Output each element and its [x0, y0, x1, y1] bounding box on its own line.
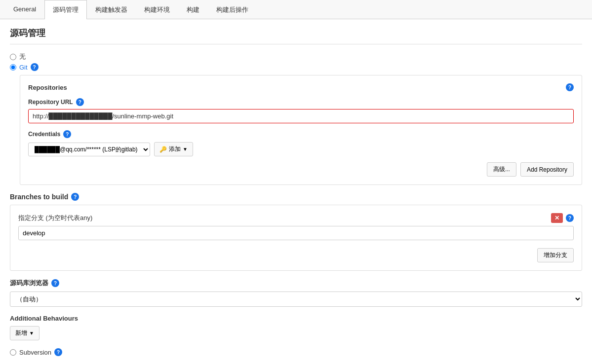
repositories-section: Repositories ? Repository URL ? Credenti… — [20, 75, 582, 185]
caret-icon: ▼ — [183, 146, 188, 152]
repositories-header-row: Repositories ? — [28, 83, 574, 91]
branch-input[interactable] — [18, 226, 574, 240]
branch-field-label: 指定分支 (为空时代表any) — [18, 214, 92, 222]
delete-branch-button[interactable]: ✕ — [551, 213, 563, 223]
repo-btn-row: 高级... Add Repository — [28, 162, 574, 177]
repo-url-label-row: Repository URL ? — [28, 98, 574, 106]
credentials-select[interactable]: ██████@qq.com/****** (LSP的gitlab) — [28, 143, 150, 156]
add-credentials-label: 添加 — [169, 145, 181, 153]
repo-url-input[interactable] — [28, 109, 574, 123]
add-credentials-button[interactable]: 🔑 添加 ▼ — [154, 142, 193, 156]
branch-field-help-icon[interactable]: ? — [566, 214, 574, 222]
additional-behaviours: Additional Behaviours 新增 ▼ — [10, 315, 582, 340]
add-repository-button[interactable]: Add Repository — [520, 162, 574, 177]
source-browser-section: 源码库浏览器 ? （自动） — [10, 279, 582, 307]
credentials-container: Credentials ? ██████@qq.com/****** (LSP的… — [28, 130, 574, 156]
credentials-label: Credentials — [28, 131, 60, 138]
tab-post[interactable]: 构建后操作 — [208, 0, 257, 19]
radio-subversion-row: Subversion ? — [10, 348, 582, 356]
repositories-help-icon[interactable]: ? — [566, 83, 574, 91]
new-behaviour-caret: ▼ — [29, 330, 34, 336]
credentials-label-row: Credentials ? — [28, 130, 574, 138]
radio-subversion-label[interactable]: Subversion — [19, 349, 51, 356]
subversion-help-icon[interactable]: ? — [54, 348, 62, 356]
branches-box: 指定分支 (为空时代表any) ✕ ? 增加分支 — [10, 205, 582, 271]
git-help-icon[interactable]: ? — [31, 63, 39, 71]
source-browser-label: 源码库浏览器 — [10, 279, 48, 288]
radio-none-label[interactable]: 无 — [19, 52, 26, 61]
tab-build[interactable]: 构建 — [178, 0, 208, 19]
branch-field-header: 指定分支 (为空时代表any) ✕ ? — [18, 213, 574, 223]
radio-none[interactable] — [10, 54, 16, 60]
branches-header: Branches to build ? — [10, 193, 582, 201]
branches-label: Branches to build — [10, 193, 68, 201]
add-branch-button[interactable]: 增加分支 — [537, 248, 574, 262]
radio-git-row: Git ? — [10, 63, 582, 71]
tab-bar: General 源码管理 构建触发器 构建环境 构建 构建后操作 — [0, 0, 592, 19]
key-icon: 🔑 — [159, 146, 167, 153]
page-content: 源码管理 无 Git ? Repositories ? Repository U… — [0, 19, 592, 364]
radio-git-label[interactable]: Git — [19, 64, 28, 71]
advanced-button[interactable]: 高级... — [487, 162, 516, 177]
credentials-input-row: ██████@qq.com/****** (LSP的gitlab) 🔑 添加 ▼ — [28, 142, 574, 156]
source-browser-help-icon[interactable]: ? — [51, 279, 59, 287]
repo-url-label: Repository URL — [28, 99, 73, 106]
add-branch-row: 增加分支 — [18, 244, 574, 262]
repo-url-container: Repository URL ? — [28, 98, 574, 123]
new-behaviour-button[interactable]: 新增 ▼ — [10, 326, 39, 340]
source-browser-select[interactable]: （自动） — [10, 291, 582, 307]
page-title: 源码管理 — [10, 27, 582, 44]
additional-behaviours-label: Additional Behaviours — [10, 315, 582, 322]
tab-trigger[interactable]: 构建触发器 — [87, 0, 136, 19]
repo-url-help-icon[interactable]: ? — [76, 98, 84, 106]
tab-source[interactable]: 源码管理 — [44, 0, 87, 19]
branches-help-icon[interactable]: ? — [71, 193, 79, 201]
repositories-label: Repositories — [28, 84, 67, 91]
branch-field-controls: ✕ ? — [551, 213, 574, 223]
source-browser-header: 源码库浏览器 ? — [10, 279, 582, 288]
radio-none-row: 无 — [10, 52, 582, 61]
credentials-help-icon[interactable]: ? — [63, 130, 71, 138]
radio-subversion[interactable] — [10, 349, 16, 356]
tab-env[interactable]: 构建环境 — [136, 0, 178, 19]
new-behaviour-label: 新增 — [15, 329, 27, 337]
radio-git[interactable] — [10, 64, 16, 71]
tab-general[interactable]: General — [5, 0, 44, 19]
branches-section: Branches to build ? 指定分支 (为空时代表any) ✕ ? … — [10, 193, 582, 271]
